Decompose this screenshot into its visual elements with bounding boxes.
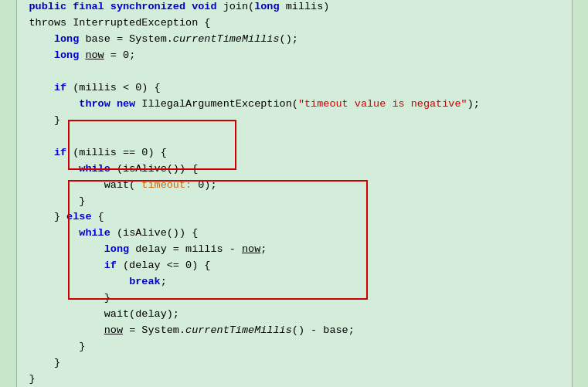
code-line-2: throws InterruptedException {: [29, 15, 559, 32]
code-line-4: long now = 0;: [29, 48, 559, 64]
code-line-12: wait( timeout: 0);: [29, 178, 559, 194]
code-line-19: }: [29, 290, 559, 307]
code-line-20: wait(delay);: [29, 307, 559, 323]
code-line-22: }: [29, 339, 559, 355]
code-line-1: public final synchronized void join(long…: [29, 0, 559, 15]
code-line-16: long delay = millis - now;: [29, 242, 559, 258]
code-line-3: long base = System.currentTimeMillis();: [29, 32, 559, 48]
code-line-23: }: [29, 355, 559, 372]
code-editor: public final synchronized void join(long…: [16, 0, 573, 387]
code-line-8: }: [29, 113, 559, 129]
code-line-7: throw new IllegalArgumentException("time…: [29, 97, 559, 113]
code-line-15: while (isAlive()) {: [29, 226, 559, 242]
code-line-9: [29, 129, 559, 145]
code-line-17: if (delay <= 0) {: [29, 258, 559, 274]
code-line-24: }: [29, 372, 559, 387]
code-line-14: } else {: [29, 209, 559, 226]
code-line-13: }: [29, 194, 559, 210]
code-line-10: if (millis == 0) {: [29, 145, 559, 161]
code-line-5: [29, 64, 559, 80]
code-line-11: while (isAlive()) {: [29, 161, 559, 178]
code-line-6: if (millis < 0) {: [29, 80, 559, 97]
code-line-18: break;: [29, 274, 559, 290]
code-line-21: now = System.currentTimeMillis() - base;: [29, 323, 559, 339]
